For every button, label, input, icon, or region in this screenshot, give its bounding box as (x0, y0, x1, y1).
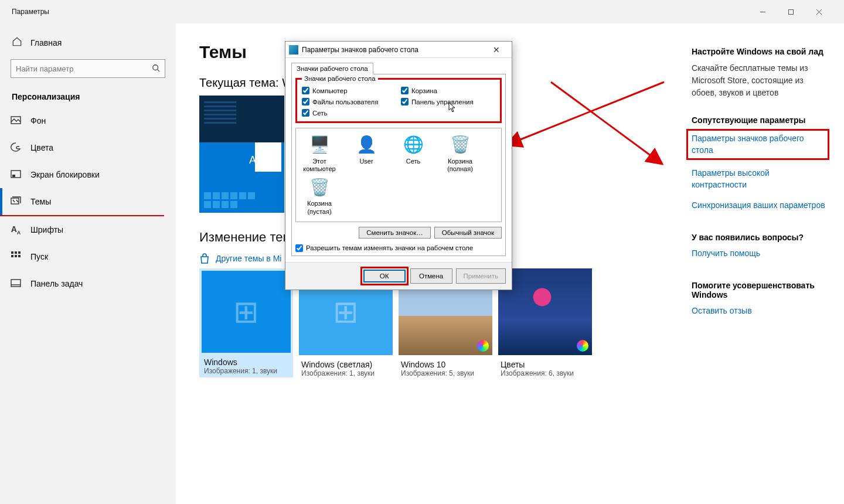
desktop-icons-fieldset: Значки рабочего стола Компьютер Корзина … (295, 78, 502, 123)
sidebar-section-title: Персонализация (11, 88, 165, 107)
checkbox-label: Корзина (411, 87, 437, 94)
right-heading-improve: Помогите усовершенствовать Windows (692, 281, 826, 299)
theme-card-flowers[interactable]: Цветы Изображения: 6, звуки (498, 268, 592, 377)
checkbox-user-files[interactable]: Файлы пользователя (302, 98, 396, 105)
cancel-button[interactable]: Отмена (410, 268, 452, 284)
checkbox-network-input[interactable] (302, 109, 309, 117)
ok-button[interactable]: ОК (363, 270, 406, 282)
recycle-bin-empty-icon: 🗑️ (309, 176, 330, 197)
checkbox-label: Файлы пользователя (312, 98, 379, 105)
desktop-icons-dialog: Параметры значков рабочего стола ✕ Значк… (285, 41, 512, 290)
change-icon-button[interactable]: Сменить значок… (359, 227, 431, 239)
window-controls (749, 3, 832, 21)
palette-icon (11, 142, 21, 154)
link-desktop-icon-settings[interactable]: Параметры значков рабочего стола (688, 131, 828, 158)
theme-meta: Изображения: 1, звуки (299, 369, 393, 377)
windows-logo-icon: ⊞ (233, 294, 259, 329)
annotation-ok-highlight: ОК (362, 268, 407, 284)
link-sync-settings[interactable]: Синхронизация ваших параметров (692, 200, 826, 212)
sidebar-item-themes[interactable]: Темы (0, 188, 176, 215)
apply-button[interactable]: Применить (456, 268, 506, 284)
close-button[interactable] (805, 3, 832, 21)
svg-rect-8 (12, 175, 15, 177)
user-folder-icon: 👤 (356, 134, 377, 155)
svg-rect-12 (18, 251, 21, 254)
theme-card-windows[interactable]: ⊞ Windows Изображения: 1, звуки (199, 268, 293, 377)
icon-label: Этот компьютер (303, 158, 335, 172)
sidebar-item-fonts[interactable]: AA Шрифты (0, 216, 176, 243)
maximize-button[interactable] (777, 3, 804, 21)
link-high-contrast-settings[interactable]: Параметры высокой контрастности (692, 168, 826, 190)
checkbox-computer-input[interactable] (302, 87, 309, 94)
window-title: Параметры (12, 8, 749, 16)
themes-icon (11, 196, 21, 207)
svg-rect-14 (15, 255, 17, 257)
svg-rect-1 (788, 9, 793, 14)
checkbox-computer[interactable]: Компьютер (302, 87, 396, 94)
sidebar-item-label: Цвета (30, 143, 53, 152)
checkbox-allow-themes[interactable]: Разрешить темам изменять значки на рабоч… (295, 244, 502, 252)
sidebar-home[interactable]: Главная (11, 32, 165, 55)
icon-label: Сеть (406, 158, 420, 165)
checkbox-label: Панель управления (411, 98, 474, 105)
network-icon: 🌐 (403, 134, 424, 155)
right-text-customize: Скачайте бесплатные темы из Microsoft St… (692, 62, 826, 99)
checkbox-network[interactable]: Сеть (302, 109, 396, 117)
icon-bin-full[interactable]: 🗑️Корзина (полная) (441, 134, 479, 173)
dialog-title-icon (289, 45, 298, 55)
theme-meta: Изображения: 5, звуки (399, 369, 492, 377)
svg-point-4 (153, 64, 158, 70)
dialog-close-button[interactable]: ✕ (485, 45, 508, 55)
sidebar-item-colors[interactable]: Цвета (0, 134, 176, 161)
color-wheel-icon (477, 340, 489, 352)
checkbox-user-files-input[interactable] (302, 98, 309, 105)
sidebar-item-label: Темы (30, 197, 51, 206)
dialog-tab-desktop-icons[interactable]: Значки рабочего стола (291, 63, 373, 74)
search-input[interactable] (16, 64, 152, 73)
svg-rect-11 (15, 251, 17, 254)
link-feedback[interactable]: Оставить отзыв (692, 305, 826, 317)
search-icon (152, 64, 160, 74)
dialog-titlebar[interactable]: Параметры значков рабочего стола ✕ (285, 42, 512, 58)
icon-label: Корзина (пустая) (307, 200, 332, 214)
right-heading-questions: У вас появились вопросы? (692, 233, 826, 242)
sidebar-item-start[interactable]: Пуск (0, 243, 176, 270)
link-get-help[interactable]: Получить помощь (692, 248, 826, 260)
sidebar-item-label: Панель задач (30, 279, 83, 288)
dialog-title: Параметры значков рабочего стола (302, 46, 485, 54)
theme-name: Цветы (498, 360, 592, 369)
lockscreen-icon (11, 170, 21, 180)
windows-logo-icon: ⊞ (333, 294, 359, 329)
fieldset-legend: Значки рабочего стола (302, 75, 378, 82)
checkbox-label: Сеть (312, 110, 328, 117)
theme-meta: Изображения: 1, звуки (202, 367, 291, 375)
theme-name: Windows 10 (399, 360, 492, 369)
icon-user[interactable]: 👤User (348, 134, 385, 173)
right-pane: Настройте Windows на свой лад Скачайте б… (692, 23, 844, 504)
icon-bin-empty[interactable]: 🗑️Корзина (пустая) (301, 176, 338, 215)
icon-network[interactable]: 🌐Сеть (394, 134, 432, 173)
current-theme-preview[interactable]: Aa (199, 96, 284, 213)
checkbox-recycle-bin[interactable]: Корзина (401, 87, 495, 94)
svg-line-5 (158, 69, 160, 71)
sidebar-item-label: Экран блокировки (30, 170, 100, 179)
icon-preview-box: 🖥️Этот компьютер 👤User 🌐Сеть 🗑️Корзина (… (295, 128, 502, 222)
icon-label: Корзина (полная) (447, 158, 473, 172)
sidebar-item-background[interactable]: Фон (0, 107, 176, 134)
sidebar-item-taskbar[interactable]: Панель задач (0, 270, 176, 297)
checkbox-control-panel-input[interactable] (401, 98, 409, 105)
theme-name: Windows (202, 357, 291, 367)
search-box[interactable] (11, 59, 165, 78)
sidebar-item-label: Шрифты (30, 225, 63, 234)
default-icon-button[interactable]: Обычный значок (434, 227, 502, 239)
checkbox-control-panel[interactable]: Панель управления (401, 98, 495, 105)
icon-label: User (359, 158, 373, 165)
recycle-bin-full-icon: 🗑️ (450, 134, 471, 155)
checkbox-label: Разрешить темам изменять значки на рабоч… (306, 244, 473, 251)
checkbox-allow-themes-input[interactable] (295, 244, 303, 252)
minimize-button[interactable] (749, 3, 776, 21)
icon-this-pc[interactable]: 🖥️Этот компьютер (301, 134, 338, 173)
checkbox-recycle-bin-input[interactable] (401, 87, 409, 94)
sidebar-item-lockscreen[interactable]: Экран блокировки (0, 161, 176, 188)
start-grid-icon (11, 251, 21, 263)
